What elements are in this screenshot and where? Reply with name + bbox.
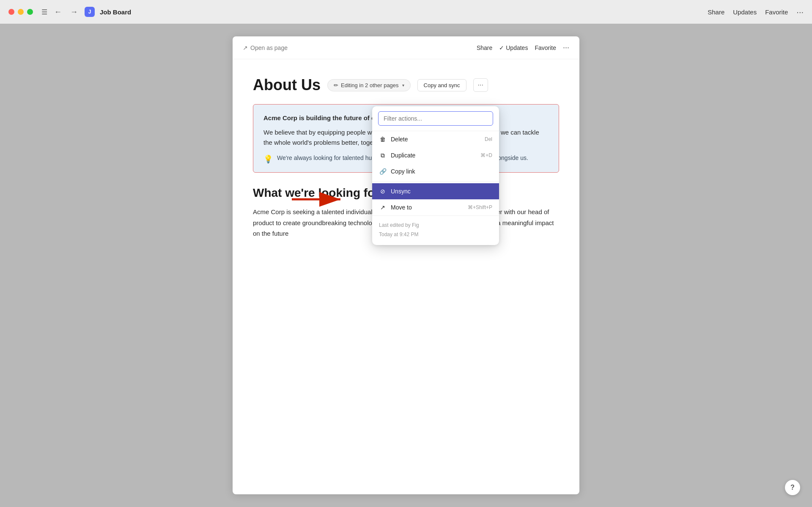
doc-updates-label: Updates	[506, 44, 528, 51]
checkmark-icon: ✓	[499, 44, 504, 51]
unsync-icon: ⊘	[379, 187, 387, 195]
open-as-page-label: Open as page	[250, 44, 288, 51]
menu-item-duplicate[interactable]: ⧉ Duplicate ⌘+D	[372, 147, 499, 163]
delete-icon: 🗑	[379, 135, 387, 143]
doc-favorite-button[interactable]: Favorite	[535, 44, 556, 51]
copy-sync-button[interactable]: Copy and sync	[417, 79, 466, 91]
menu-item-duplicate-left: ⧉ Duplicate	[379, 152, 415, 159]
open-as-page-button[interactable]: ↗ Open as page	[243, 44, 288, 51]
main-area: ↗ Open as page Share ✓ Updates Favorite …	[0, 24, 812, 507]
menu-item-unsync[interactable]: ⊘ Unsync	[372, 183, 499, 199]
delete-shortcut: Del	[485, 136, 492, 142]
back-button[interactable]: ←	[52, 7, 63, 17]
help-button[interactable]: ?	[785, 480, 800, 495]
maximize-button[interactable]	[27, 9, 33, 15]
duplicate-label: Duplicate	[391, 152, 415, 159]
menu-item-copy-link[interactable]: 🔗 Copy link	[372, 163, 499, 179]
unsync-label: Unsync	[391, 188, 411, 195]
context-menu-footer: Last edited by Fig Today at 9:42 PM	[372, 215, 499, 245]
filter-actions-input[interactable]	[378, 111, 493, 126]
chevron-down-icon: ▾	[402, 83, 404, 88]
move-to-label: Move to	[391, 204, 412, 211]
arrow-indicator	[292, 189, 347, 210]
hamburger-menu-icon[interactable]: ☰	[41, 8, 47, 16]
doc-more-button[interactable]: ···	[563, 43, 569, 52]
edited-time-text: Today at 9:42 PM	[379, 230, 492, 240]
updates-button[interactable]: Updates	[733, 8, 757, 16]
doc-updates-button[interactable]: ✓ Updates	[499, 44, 528, 51]
title-bar: ☰ ← → J Job Board Share Updates Favorite…	[0, 0, 812, 24]
copy-link-label: Copy link	[391, 168, 415, 175]
document-panel: ↗ Open as page Share ✓ Updates Favorite …	[233, 36, 579, 494]
doc-toolbar-right: Share ✓ Updates Favorite ···	[477, 43, 569, 52]
app-title: Job Board	[100, 8, 702, 16]
menu-item-unsync-left: ⊘ Unsync	[379, 187, 411, 195]
edited-by-text: Last edited by Fig	[379, 221, 492, 230]
doc-title: About Us	[253, 76, 321, 94]
footer-edited-by: Last edited by Fig Today at 9:42 PM	[379, 221, 492, 239]
context-menu: 🗑 Delete Del ⧉ Duplicate ⌘+D 🔗 Copy link…	[372, 106, 499, 245]
move-to-shortcut: ⌘+Shift+P	[468, 204, 492, 210]
delete-label: Delete	[391, 136, 408, 143]
traffic-lights	[8, 9, 33, 15]
doc-share-button[interactable]: Share	[477, 44, 492, 51]
close-button[interactable]	[8, 9, 14, 15]
duplicate-icon: ⧉	[379, 152, 387, 159]
menu-item-delete-left: 🗑 Delete	[379, 135, 408, 143]
context-menu-search-area	[372, 106, 499, 131]
doc-toolbar: ↗ Open as page Share ✓ Updates Favorite …	[233, 36, 579, 59]
more-options-button[interactable]: ···	[796, 7, 804, 17]
open-as-page-icon: ↗	[243, 44, 248, 51]
app-icon: J	[85, 7, 95, 17]
share-button[interactable]: Share	[708, 8, 724, 16]
editing-icon: ✏	[334, 82, 338, 88]
duplicate-shortcut: ⌘+D	[480, 152, 492, 158]
menu-divider	[372, 181, 499, 182]
menu-item-copy-link-left: 🔗 Copy link	[379, 168, 415, 175]
editing-badge-label: Editing in 2 other pages	[341, 82, 399, 88]
titlebar-actions: Share Updates Favorite ···	[708, 7, 804, 17]
minimize-button[interactable]	[18, 9, 24, 15]
move-to-icon: ↗	[379, 204, 387, 211]
editing-badge[interactable]: ✏ Editing in 2 other pages ▾	[327, 79, 411, 91]
favorite-button[interactable]: Favorite	[765, 8, 788, 16]
copy-link-icon: 🔗	[379, 168, 387, 175]
doc-title-row: About Us ✏ Editing in 2 other pages ▾ Co…	[253, 76, 559, 94]
more-small-button[interactable]: ···	[473, 78, 488, 92]
menu-item-move-to[interactable]: ↗ Move to ⌘+Shift+P	[372, 199, 499, 215]
lightbulb-icon: 💡	[263, 154, 273, 164]
forward-button[interactable]: →	[69, 7, 80, 17]
menu-item-delete[interactable]: 🗑 Delete Del	[372, 131, 499, 147]
menu-item-move-to-left: ↗ Move to	[379, 204, 412, 211]
